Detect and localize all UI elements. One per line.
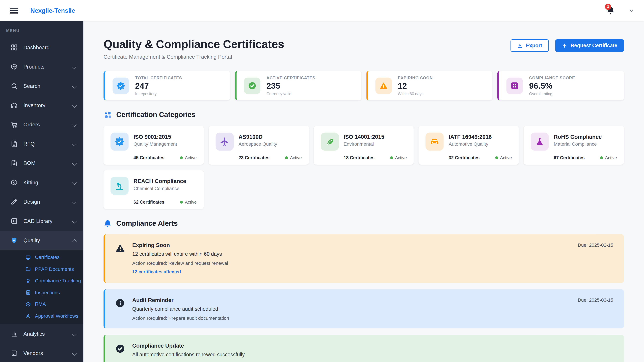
subitem-label: Approval Workflows [35,313,78,319]
category-card-iso-14001[interactable]: ISO 14001:2015 Environmental 18 Certific… [314,126,414,165]
chevron-down-icon [72,84,77,88]
badge-icon [26,278,31,284]
flask-icon [531,133,549,151]
alert-due-date: Due: 2025-02-15 [578,243,613,247]
sidebar-subitem-rma[interactable]: RMA [0,298,83,310]
stat-card-active-certificates: ACTIVE CERTIFICATES 235 Currently valid [235,71,361,100]
sidebar-item-quality[interactable]: Quality [0,231,83,250]
sidebar-subitem-certificates[interactable]: Certificates [0,252,83,263]
stat-value: 247 [135,81,182,90]
leaf-icon [321,133,339,151]
airplane-icon [216,133,234,151]
category-card-iatf-16949[interactable]: IATF 16949:2016 Automotive Quality 32 Ce… [418,126,519,165]
sidebar-subitem-inspections[interactable]: Inspections [0,287,83,299]
monitor-icon [26,255,31,260]
chevron-down-icon [628,7,634,13]
pencil-icon [11,198,18,205]
stat-label: ACTIVE CERTIFICATES [266,75,316,80]
export-button-label: Export [526,43,542,48]
folder-icon [26,267,31,272]
sidebar-item-label: Quality [24,237,67,244]
categories-section-header: Certification Categories [104,110,624,119]
category-card-reach[interactable]: REACH Compliance Chemical Compliance 62 … [104,170,204,209]
sidebar-item-label: Dashboard [24,44,76,50]
alert-message: 12 certificates will expire within 60 da… [132,251,228,257]
notifications-button[interactable]: 3 [606,6,615,15]
sidebar-subitem-compliance-tracking[interactable]: Compliance Tracking [0,275,83,287]
category-card-rohs[interactable]: RoHS Compliance Material Compliance 67 C… [524,126,624,165]
stat-sublabel: Overall rating [529,91,575,96]
info-circle-icon [115,298,125,308]
chevron-down-icon [72,103,77,108]
certificate-badge-icon [110,133,129,151]
sidebar-subitem-ppap-documents[interactable]: PPAP Documents [0,263,83,275]
chevron-down-icon [72,219,77,223]
chevron-down-icon [72,64,77,69]
shapes-icon [104,111,112,119]
bell-icon [104,219,112,228]
stat-value: 235 [266,81,316,90]
cad-part-icon [11,218,18,225]
page-title: Quality & Compliance Certificates [104,38,284,51]
category-count: 32 Certificates [448,155,480,160]
category-name: IATF 16949:2016 [448,134,492,140]
status-label: Active [185,155,197,160]
sidebar-item-inventory[interactable]: Inventory [0,96,83,115]
box-gear-icon [11,179,18,186]
car-icon [426,133,444,151]
sidebar-item-rfq[interactable]: RFQ [0,134,83,153]
sidebar-item-cad-library[interactable]: CAD Library [0,211,83,231]
box-icon [11,63,18,70]
status-label: Active [290,155,302,160]
page-subtitle: Certificate Management & Compliance Trac… [104,54,284,60]
hamburger-menu-button[interactable] [10,7,18,13]
account-menu-button[interactable] [628,7,634,13]
sidebar-item-dashboard[interactable]: Dashboard [0,38,83,57]
stat-sublabel: Within 60 days [398,91,433,96]
sidebar-item-orders[interactable]: Orders [0,115,83,134]
warning-triangle-icon [115,243,125,253]
sidebar-item-label: Search [24,83,67,89]
sidebar-item-label: Vendors [24,350,67,356]
sidebar-item-kitting[interactable]: Kitting [0,173,83,192]
sidebar-item-analytics[interactable]: Analytics [0,324,83,344]
return-box-icon [26,302,31,307]
status-dot [180,200,183,203]
category-card-iso-9001[interactable]: ISO 9001:2015 Quality Management 45 Cert… [104,126,204,165]
sidebar-item-search[interactable]: Search [0,76,83,96]
sidebar-item-design[interactable]: Design [0,192,83,211]
chevron-down-icon [72,122,77,127]
sidebar-item-products[interactable]: Products [0,57,83,76]
alert-affected-link[interactable]: 12 certificates affected [132,269,181,274]
sidebar-subitem-approval-workflows[interactable]: Approval Workflows [0,310,83,322]
category-name: RoHS Compliance [554,134,602,140]
notification-badge: 3 [605,3,611,10]
sidebar-item-label: Design [24,199,67,205]
category-name: ISO 14001:2015 [344,134,384,140]
chevron-down-icon [72,161,77,166]
status-dot [390,156,393,159]
sidebar-item-bom[interactable]: BOM [0,153,83,173]
stat-card-compliance-score: COMPLIANCE SCORE 96.5% Overall rating [498,71,624,100]
sidebar-item-vendors[interactable]: Vendors [0,344,83,362]
warning-triangle-icon [375,77,392,94]
category-card-as9100d[interactable]: AS9100D Aerospace Quality 23 Certificate… [209,126,309,165]
export-button[interactable]: Export [511,39,549,52]
stat-label: COMPLIANCE SCORE [529,75,575,80]
plus-icon [562,43,567,48]
status-label: Active [500,155,512,160]
alert-action: Action Required: Review and request rene… [132,261,228,266]
document-icon [11,140,18,147]
sidebar-item-label: Kitting [24,179,67,186]
score-grid-icon [506,77,523,94]
stat-value: 96.5% [529,81,575,90]
stat-value: 12 [398,81,433,90]
subitem-label: RMA [35,301,46,307]
brand-logo[interactable]: Nexgile-Tensile [30,7,75,14]
microscope-icon [110,177,129,195]
subitem-label: Certificates [35,255,60,260]
alert-title: Compliance Update [132,343,245,349]
stat-sublabel: Currently valid [266,91,316,96]
request-certificate-button[interactable]: Request Certificate [555,39,624,52]
cart-icon [11,121,18,128]
